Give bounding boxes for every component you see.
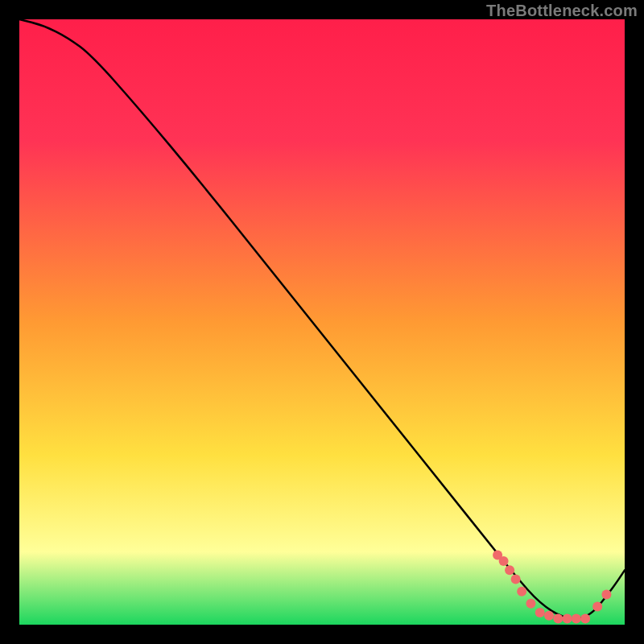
data-marker: [572, 613, 581, 623]
data-marker: [601, 589, 611, 599]
plot-background: [19, 19, 625, 625]
data-marker: [592, 601, 602, 611]
data-marker: [526, 599, 535, 609]
data-marker: [553, 613, 563, 623]
data-marker: [511, 575, 521, 584]
chart-svg: [0, 0, 644, 644]
data-marker: [505, 565, 514, 575]
data-marker: [563, 613, 572, 623]
data-marker: [517, 587, 526, 597]
data-marker: [499, 556, 509, 566]
data-marker: [535, 608, 545, 617]
chart-stage: { "attribution": "TheBottleneck.com", "c…: [0, 0, 644, 644]
data-marker: [544, 611, 554, 621]
attribution-text: TheBottleneck.com: [486, 2, 638, 20]
data-marker: [580, 613, 590, 623]
